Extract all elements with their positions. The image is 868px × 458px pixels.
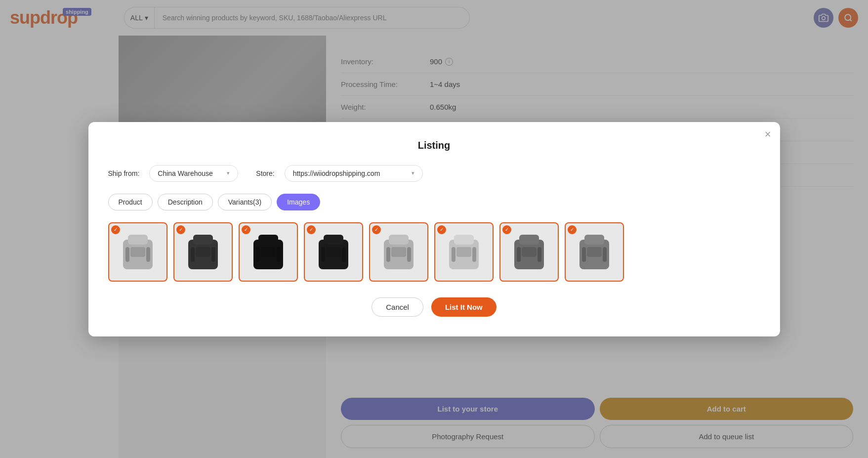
svg-rect-6 [125,247,129,262]
svg-rect-24 [389,235,409,245]
svg-rect-26 [386,247,390,262]
svg-rect-9 [193,235,213,245]
image-thumb-3[interactable]: ✓ [239,222,298,282]
backpack-img-8 [575,230,614,274]
svg-rect-34 [519,235,539,245]
backpack-img-1 [118,230,158,274]
svg-rect-19 [324,235,343,245]
svg-rect-35 [522,247,537,257]
svg-rect-36 [517,247,521,262]
modal-title: Listing [108,140,760,151]
svg-rect-20 [326,247,341,257]
svg-rect-29 [454,235,474,245]
image-thumb-7[interactable]: ✓ [499,222,559,282]
svg-rect-22 [342,247,346,262]
ship-from-value: China Warehouse [158,169,213,177]
svg-rect-11 [191,247,195,262]
image-check-1: ✓ [111,225,120,234]
modal-actions: Cancel List It Now [108,297,760,317]
svg-rect-41 [582,247,586,262]
svg-rect-21 [321,247,325,262]
modal-fields: Ship from: China Warehouse ▾ Store: http… [108,165,760,182]
image-thumb-4[interactable]: ✓ [304,222,363,282]
tab-variants[interactable]: Variants(3) [218,194,272,210]
svg-rect-4 [128,235,148,245]
ship-from-label: Ship from: [108,169,140,177]
store-chevron-icon: ▾ [412,170,414,176]
ship-from-chevron-icon: ▾ [227,170,230,176]
image-thumb-5[interactable]: ✓ [369,222,428,282]
tab-images[interactable]: Images [277,194,320,210]
svg-rect-42 [603,247,607,262]
svg-rect-30 [456,247,471,257]
backpack-img-4 [314,230,353,274]
image-thumb-6[interactable]: ✓ [434,222,494,282]
modal-overlay: × Listing Ship from: China Warehouse ▾ S… [0,0,868,458]
tab-description[interactable]: Description [158,194,213,210]
images-grid: ✓ ✓ [108,222,760,282]
svg-rect-16 [256,247,260,262]
svg-rect-32 [472,247,476,262]
svg-rect-40 [587,247,602,257]
svg-rect-10 [196,247,210,257]
modal-close-button[interactable]: × [765,129,771,140]
image-check-4: ✓ [307,225,316,234]
ship-from-select[interactable]: China Warehouse ▾ [149,165,238,182]
backpack-img-6 [444,230,484,274]
image-check-2: ✓ [176,225,185,234]
svg-rect-17 [277,247,281,262]
image-check-6: ✓ [437,225,446,234]
store-select[interactable]: https://wiiodropshipping.com ▾ [285,165,423,182]
image-thumb-2[interactable]: ✓ [173,222,233,282]
svg-rect-37 [537,247,541,262]
listing-modal: × Listing Ship from: China Warehouse ▾ S… [88,122,780,336]
backpack-img-2 [183,230,223,274]
backpack-img-3 [248,230,288,274]
image-check-8: ✓ [568,225,577,234]
store-value: https://wiiodropshipping.com [293,169,380,177]
image-thumb-1[interactable]: ✓ [108,222,167,282]
list-it-now-button[interactable]: List It Now [431,297,496,317]
backpack-img-5 [379,230,418,274]
tab-product[interactable]: Product [108,194,153,210]
svg-rect-7 [146,247,150,262]
cancel-button[interactable]: Cancel [372,297,423,317]
svg-rect-25 [391,247,406,257]
svg-rect-39 [584,235,604,245]
modal-tabs: Product Description Variants(3) Images [108,194,760,210]
image-check-3: ✓ [242,225,250,234]
image-check-7: ✓ [502,225,511,234]
store-label: Store: [256,169,274,177]
image-thumb-8[interactable]: ✓ [565,222,624,282]
svg-rect-12 [211,247,215,262]
backpack-img-7 [509,230,549,274]
image-check-5: ✓ [372,225,381,234]
svg-rect-31 [452,247,455,262]
svg-rect-15 [261,247,276,257]
svg-rect-5 [130,247,145,257]
svg-rect-27 [407,247,411,262]
svg-rect-14 [258,235,278,245]
